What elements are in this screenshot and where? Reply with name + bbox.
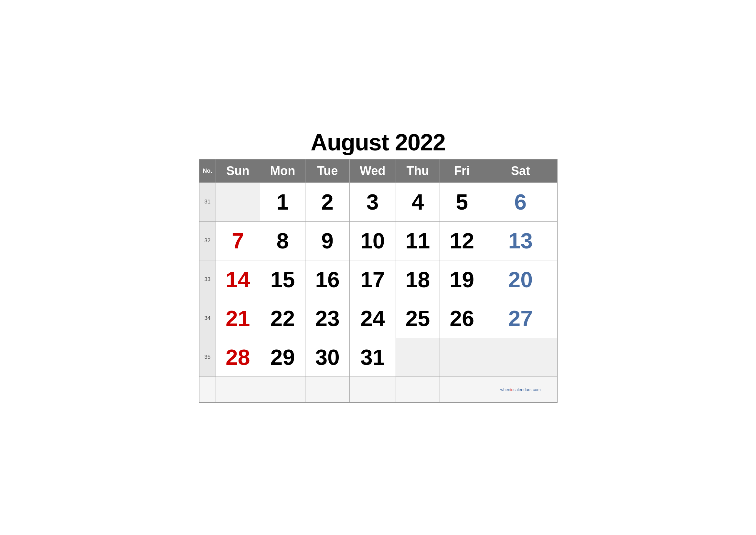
last-empty-cell (395, 377, 440, 402)
header-wed: Wed (349, 159, 395, 183)
day-cell: 1 (260, 183, 305, 221)
day-cell: 31 (349, 338, 395, 377)
week-number: 31 (199, 183, 216, 221)
day-cell: 2 (306, 183, 350, 221)
calendar-table: No. Sun Mon Tue Wed Thu Fri Sat 31123456… (199, 159, 557, 403)
day-cell: 8 (260, 221, 305, 260)
header-fri: Fri (440, 159, 484, 183)
week-number: 32 (199, 221, 216, 260)
header-thu: Thu (395, 159, 440, 183)
day-cell: 5 (440, 183, 484, 221)
day-cell: 20 (484, 260, 557, 299)
day-cell: 24 (349, 299, 395, 338)
day-cell (395, 338, 440, 377)
week-number: 33 (199, 260, 216, 299)
day-cell: 28 (216, 338, 260, 377)
day-cell: 9 (306, 221, 350, 260)
day-cell: 26 (440, 299, 484, 338)
header-mon: Mon (260, 159, 305, 183)
day-cell: 3 (349, 183, 395, 221)
watermark-text: wheniscalendars.com (500, 387, 541, 392)
day-cell: 19 (440, 260, 484, 299)
header-tue: Tue (306, 159, 350, 183)
day-cell: 15 (260, 260, 305, 299)
day-cell: 25 (395, 299, 440, 338)
last-empty-cell (306, 377, 350, 402)
week-row: 3421222324252627 (199, 299, 557, 338)
day-cell (216, 183, 260, 221)
day-cell: 7 (216, 221, 260, 260)
day-cell: 18 (395, 260, 440, 299)
day-cell: 13 (484, 221, 557, 260)
header-sat: Sat (484, 159, 557, 183)
day-cell: 14 (216, 260, 260, 299)
day-cell: 16 (306, 260, 350, 299)
week-row: 3278910111213 (199, 221, 557, 260)
week-number: 35 (199, 338, 216, 377)
header-sun: Sun (216, 159, 260, 183)
last-empty-cell (216, 377, 260, 402)
last-empty-cell (440, 377, 484, 402)
watermark-cell: wheniscalendars.com (484, 377, 557, 402)
header-row: No. Sun Mon Tue Wed Thu Fri Sat (199, 159, 557, 183)
day-cell: 6 (484, 183, 557, 221)
day-cell: 11 (395, 221, 440, 260)
day-cell: 10 (349, 221, 395, 260)
week-number: 34 (199, 299, 216, 338)
week-row: 3314151617181920 (199, 260, 557, 299)
day-cell: 21 (216, 299, 260, 338)
calendar-body: 3112345632789101112133314151617181920342… (199, 183, 557, 402)
day-cell: 22 (260, 299, 305, 338)
day-cell: 27 (484, 299, 557, 338)
day-cell: 17 (349, 260, 395, 299)
week-row: 31123456 (199, 183, 557, 221)
day-cell (440, 338, 484, 377)
header-no: No. (199, 159, 216, 183)
day-cell: 23 (306, 299, 350, 338)
calendar-container: August 2022 No. Sun Mon Tue Wed Thu Fri … (189, 123, 567, 413)
week-row: 3528293031 (199, 338, 557, 377)
last-empty-cell (260, 377, 305, 402)
calendar-title: August 2022 (199, 129, 557, 155)
last-empty-cell (349, 377, 395, 402)
last-row: wheniscalendars.com (199, 377, 557, 402)
day-cell: 30 (306, 338, 350, 377)
day-cell: 29 (260, 338, 305, 377)
day-cell: 12 (440, 221, 484, 260)
day-cell (484, 338, 557, 377)
last-week-num (199, 377, 216, 402)
day-cell: 4 (395, 183, 440, 221)
